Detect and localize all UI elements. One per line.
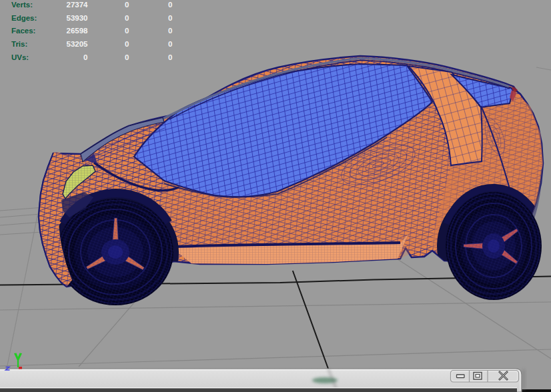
svg-text:0: 0 (125, 40, 129, 48)
svg-text:27374: 27374 (67, 1, 89, 9)
svg-text:Edges:: Edges: (11, 14, 37, 22)
svg-text:Tris:: Tris: (11, 40, 27, 48)
svg-text:0: 0 (125, 14, 129, 22)
svg-text:0: 0 (168, 14, 172, 22)
svg-text:53930: 53930 (67, 14, 88, 22)
svg-text:0: 0 (125, 27, 129, 35)
svg-text:0: 0 (125, 53, 129, 61)
svg-text:0: 0 (168, 1, 172, 9)
svg-text:0: 0 (168, 40, 172, 48)
svg-text:0: 0 (168, 27, 172, 35)
svg-text:UVs:: UVs: (11, 53, 29, 61)
svg-text:Verts:: Verts: (11, 1, 33, 9)
svg-text:0: 0 (83, 53, 87, 61)
svg-text:53205: 53205 (67, 40, 89, 48)
svg-text:26598: 26598 (67, 27, 89, 35)
svg-text:0: 0 (168, 53, 172, 61)
svg-text:Faces:: Faces: (11, 27, 35, 35)
svg-text:0: 0 (125, 1, 129, 9)
